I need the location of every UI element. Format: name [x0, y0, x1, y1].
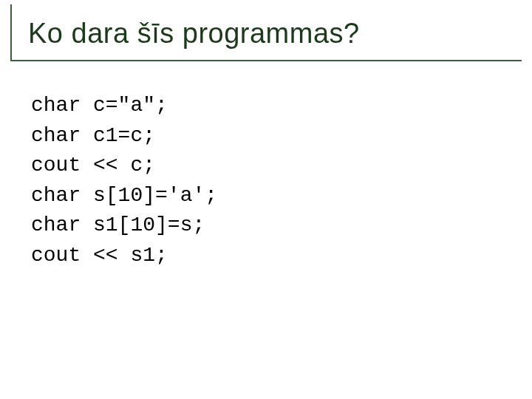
code-line-6: cout << s1;	[31, 241, 532, 271]
code-line-4: char s[10]='a';	[31, 181, 532, 211]
code-block: char c="a"; char c1=c; cout << c; char s…	[0, 61, 532, 271]
code-line-2: char c1=c;	[31, 121, 532, 151]
title-container: Ko dara šīs programmas?	[10, 4, 522, 61]
slide-title: Ko dara šīs programmas?	[28, 18, 522, 50]
code-line-1: char c="a";	[31, 91, 532, 121]
slide-container: Ko dara šīs programmas? char c="a"; char…	[0, 4, 532, 399]
code-line-3: cout << c;	[31, 151, 532, 181]
code-line-5: char s1[10]=s;	[31, 211, 532, 241]
